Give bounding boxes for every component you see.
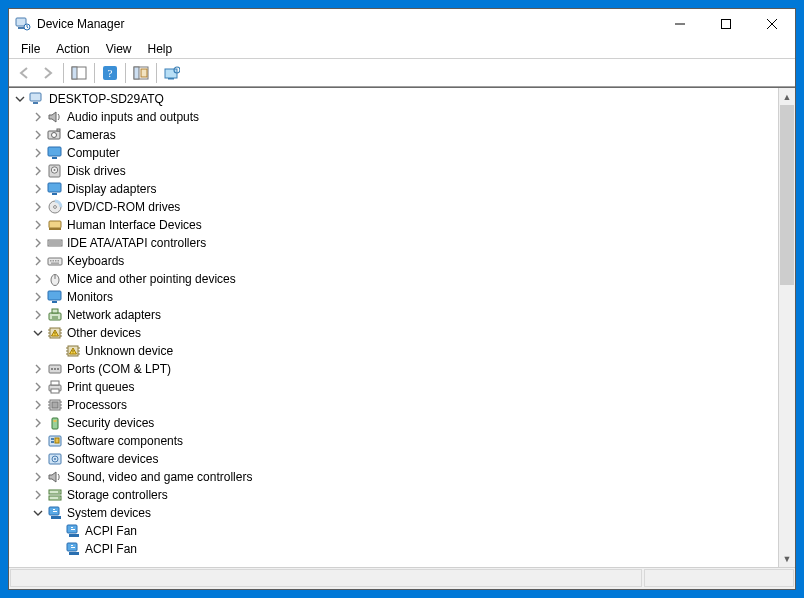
- scroll-thumb[interactable]: [780, 105, 794, 285]
- tree-category-other[interactable]: Other devices: [9, 324, 778, 342]
- chevron-right-icon[interactable]: [31, 254, 45, 268]
- chevron-right-icon[interactable]: [31, 434, 45, 448]
- tree-category-dvd[interactable]: DVD/CD-ROM drives: [9, 198, 778, 216]
- menu-file[interactable]: File: [13, 40, 48, 58]
- svg-rect-92: [51, 441, 54, 443]
- tree-category-print[interactable]: Print queues: [9, 378, 778, 396]
- tree-device-unknown[interactable]: Unknown device: [9, 342, 778, 360]
- system-icon: [65, 523, 81, 539]
- chevron-down-icon[interactable]: [31, 506, 45, 520]
- maximize-button[interactable]: [703, 9, 749, 39]
- tree-node-label: Security devices: [67, 414, 162, 432]
- chevron-right-icon[interactable]: [31, 218, 45, 232]
- tree-category-sound[interactable]: Sound, video and game controllers: [9, 468, 778, 486]
- tree-root[interactable]: DESKTOP-SD29ATQ: [9, 90, 778, 108]
- vertical-scrollbar[interactable]: ▲ ▼: [778, 88, 795, 567]
- tree-category-computer[interactable]: Computer: [9, 144, 778, 162]
- tree-category-swcomp[interactable]: Software components: [9, 432, 778, 450]
- chip-warn-icon: [47, 325, 63, 341]
- tree-device-acpifan1[interactable]: ACPI Fan: [9, 522, 778, 540]
- computer-root-icon: [29, 91, 45, 107]
- tree-category-system[interactable]: System devices: [9, 504, 778, 522]
- tree-category-swdev[interactable]: Software devices: [9, 450, 778, 468]
- content-area: DESKTOP-SD29ATQAudio inputs and outputsC…: [9, 87, 795, 567]
- chevron-right-icon[interactable]: [31, 362, 45, 376]
- tree-category-ports[interactable]: Ports (COM & LPT): [9, 360, 778, 378]
- tree-node-label: Other devices: [67, 324, 149, 342]
- swcomp-icon: [47, 433, 63, 449]
- chevron-down-icon[interactable]: [13, 92, 27, 106]
- tree-category-processors[interactable]: Processors: [9, 396, 778, 414]
- monitor-icon: [47, 145, 63, 161]
- svg-rect-79: [51, 389, 59, 393]
- minimize-button[interactable]: [657, 9, 703, 39]
- svg-rect-23: [52, 157, 57, 159]
- tree-category-disk[interactable]: Disk drives: [9, 162, 778, 180]
- tree-node-label: Unknown device: [85, 342, 181, 360]
- svg-rect-14: [165, 69, 177, 78]
- chevron-right-icon[interactable]: [31, 470, 45, 484]
- expander-empty: [49, 524, 63, 538]
- menu-view[interactable]: View: [98, 40, 140, 58]
- camera-icon: [47, 127, 63, 143]
- svg-point-100: [58, 497, 60, 499]
- window-controls: [657, 9, 795, 39]
- menu-help[interactable]: Help: [140, 40, 181, 58]
- chevron-right-icon[interactable]: [31, 200, 45, 214]
- disk-icon: [47, 163, 63, 179]
- tree-category-ide[interactable]: IDE ATA/ATAPI controllers: [9, 234, 778, 252]
- tree-category-network[interactable]: Network adapters: [9, 306, 778, 324]
- chevron-right-icon[interactable]: [31, 452, 45, 466]
- back-button[interactable]: [13, 62, 35, 84]
- scroll-down-icon[interactable]: ▼: [779, 550, 795, 567]
- statusbar: [9, 567, 795, 589]
- tree-category-storage[interactable]: Storage controllers: [9, 486, 778, 504]
- scan-hardware-button[interactable]: [130, 62, 152, 84]
- ide-icon: [47, 235, 63, 251]
- tree-category-keyboards[interactable]: Keyboards: [9, 252, 778, 270]
- chevron-right-icon[interactable]: [31, 380, 45, 394]
- chevron-down-icon[interactable]: [31, 326, 45, 340]
- chevron-right-icon[interactable]: [31, 128, 45, 142]
- device-tree[interactable]: DESKTOP-SD29ATQAudio inputs and outputsC…: [9, 88, 778, 567]
- scan-for-changes-button[interactable]: [161, 62, 183, 84]
- tree-device-acpifan2[interactable]: ACPI Fan: [9, 540, 778, 558]
- toolbar-separator: [125, 63, 126, 83]
- chevron-right-icon[interactable]: [31, 416, 45, 430]
- chevron-right-icon[interactable]: [31, 272, 45, 286]
- chevron-right-icon[interactable]: [31, 488, 45, 502]
- chevron-right-icon[interactable]: [31, 308, 45, 322]
- chevron-right-icon[interactable]: [31, 110, 45, 124]
- tree-category-mice[interactable]: Mice and other pointing devices: [9, 270, 778, 288]
- svg-rect-13: [141, 69, 147, 77]
- svg-rect-110: [69, 552, 79, 555]
- tree-node-label: Keyboards: [67, 252, 132, 270]
- tree-category-display[interactable]: Display adapters: [9, 180, 778, 198]
- toolbar-separator: [94, 63, 95, 83]
- tree-category-monitors[interactable]: Monitors: [9, 288, 778, 306]
- help-button[interactable]: ?: [99, 62, 121, 84]
- svg-rect-48: [48, 291, 61, 300]
- chevron-right-icon[interactable]: [31, 236, 45, 250]
- svg-rect-1: [18, 27, 24, 29]
- close-button[interactable]: [749, 9, 795, 39]
- menu-action[interactable]: Action: [48, 40, 97, 58]
- chevron-right-icon[interactable]: [31, 146, 45, 160]
- tree-category-security[interactable]: Security devices: [9, 414, 778, 432]
- chevron-right-icon[interactable]: [31, 290, 45, 304]
- svg-point-30: [54, 206, 57, 209]
- tree-category-cameras[interactable]: Cameras: [9, 126, 778, 144]
- tree-node-label: Monitors: [67, 288, 121, 306]
- scroll-up-icon[interactable]: ▲: [779, 88, 795, 105]
- chevron-right-icon[interactable]: [31, 398, 45, 412]
- expander-empty: [49, 542, 63, 556]
- tree-category-hid[interactable]: Human Interface Devices: [9, 216, 778, 234]
- svg-rect-108: [71, 529, 75, 530]
- show-hide-tree-button[interactable]: [68, 62, 90, 84]
- chevron-right-icon[interactable]: [31, 164, 45, 178]
- chevron-right-icon[interactable]: [31, 182, 45, 196]
- forward-button[interactable]: [37, 62, 59, 84]
- titlebar[interactable]: Device Manager: [9, 9, 795, 39]
- svg-rect-63: [55, 335, 56, 336]
- tree-category-audio[interactable]: Audio inputs and outputs: [9, 108, 778, 126]
